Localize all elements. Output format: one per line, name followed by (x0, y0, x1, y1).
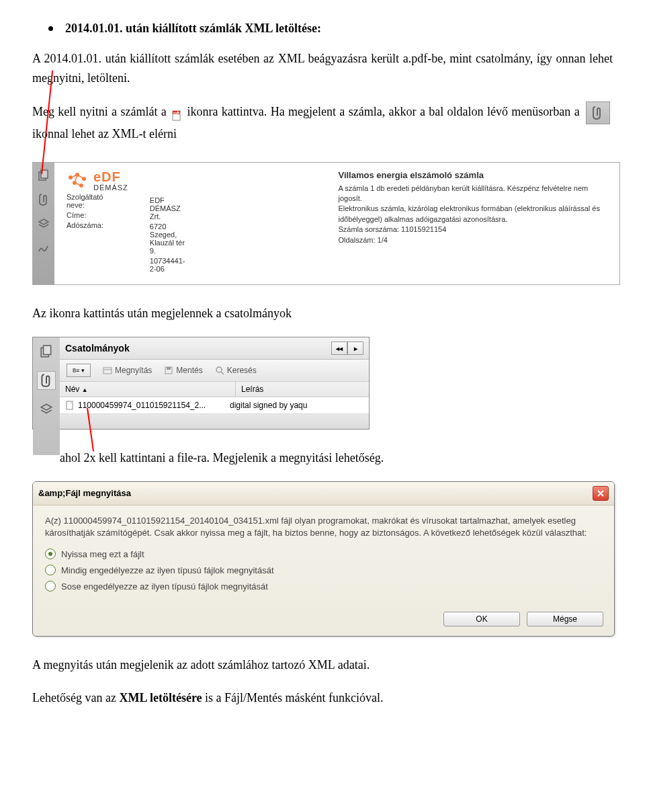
logo-sub-text: DÉMÁSZ (93, 184, 128, 192)
attachment-filename: 110000459974_011015921154_2... (78, 401, 206, 410)
radio-option-3[interactable]: Sose engedélyezze az ilyen típusú fájlok… (45, 581, 602, 592)
invoice-line4: Oldalszám: 1/4 (338, 235, 609, 245)
dialog-title-text: &amp;Fájl megnyitása (38, 488, 131, 498)
open-label: Megnyítás (115, 366, 152, 375)
svg-rect-12 (103, 368, 112, 374)
bullet-icon (48, 26, 53, 31)
attachments-panel-screenshot: Csatolmányok ◂◂ ▸ 8≡ ▾ Megnyítás Mentés … (32, 337, 370, 430)
para2-part-b: ikonra kattintva. Ha megjelent a számla,… (187, 105, 584, 118)
paragraph-3: Az ikonra kattintás után megjelennek a c… (32, 304, 613, 323)
logo-brand-text: eDF (93, 169, 128, 185)
svg-text:PDF: PDF (173, 112, 179, 114)
svg-point-15 (216, 367, 222, 372)
pdf-sidebar (33, 163, 54, 284)
heading-row: 2014.01.01. után kiállított számlák XML … (32, 22, 613, 36)
save-label: Mentés (176, 366, 202, 375)
column-name[interactable]: Név ▲ (60, 382, 236, 397)
dialog-buttons: OK Mégse (33, 606, 614, 636)
close-button[interactable] (593, 486, 609, 501)
dialog-message: A(z) 110000459974_011015921154_20140104_… (45, 515, 602, 539)
dialog-titlebar: &amp;Fájl megnyitása (33, 482, 614, 505)
pages-icon-2[interactable] (39, 344, 54, 359)
invoice-line3: Számla sorszáma: 11015921154 (338, 225, 609, 235)
tax-value: 10734441-2-06 (150, 257, 189, 274)
para6-c: is a Fájl/Mentés másként funkcióval. (202, 691, 384, 704)
search-button[interactable]: Keresés (215, 366, 257, 375)
provider-values: EDF DÉMÁSZ Zrt. 6720 Szeged, Klauzál tér… (148, 195, 191, 275)
svg-rect-11 (44, 346, 51, 354)
paragraph-6: Lehetőség van az XML letöltésére is a Fá… (32, 688, 613, 708)
radio-label-2: Mindig engedélyezze az ilyen típusú fájl… (61, 565, 274, 575)
cancel-button[interactable]: Mégse (527, 612, 603, 626)
radio-label-3: Sose engedélyezze az ilyen típusú fájlok… (61, 581, 268, 592)
paragraph-5: A megnyitás után megjelenik az adott szá… (32, 655, 613, 675)
radio-icon (45, 581, 56, 592)
address-value: 6720 Szeged, Klauzál tér 9. (150, 222, 189, 255)
svg-point-5 (69, 175, 73, 179)
nav-prev-button[interactable]: ◂◂ (331, 341, 347, 355)
paragraph-2: Meg kell nyitni a számlát a PDF ikonra k… (32, 102, 613, 144)
attachments-toolbar: 8≡ ▾ Megnyítás Mentés Keresés (60, 360, 369, 382)
attachment-desc: digital signed by yaqu (230, 401, 363, 410)
save-button[interactable]: Mentés (164, 366, 202, 375)
file-open-dialog: &amp;Fájl megnyitása A(z) 110000459974_0… (32, 481, 615, 637)
provider-label: Szolgáltató neve: (67, 193, 127, 210)
attachments-sidebar (33, 337, 60, 455)
attachment-row[interactable]: 110000459974_011015921154_2... digital s… (60, 397, 369, 414)
dialog-body: A(z) 110000459974_011015921154_20140104_… (33, 505, 614, 606)
edf-logo: eDF DÉMÁSZ (65, 169, 128, 192)
pdf-icon: PDF (171, 108, 182, 118)
pdf-viewer-screenshot: eDF DÉMÁSZ Szolgáltató neve: Címe: Adósz… (32, 162, 620, 285)
invoice-title: Villamos energia elszámoló számla (338, 169, 609, 181)
heading-text: 2014.01.01. után kiállított számlák XML … (65, 22, 321, 36)
attachment-icon-2[interactable] (37, 371, 56, 390)
pages-icon[interactable] (36, 168, 51, 183)
svg-rect-14 (167, 367, 171, 370)
attachment-icon[interactable] (36, 192, 51, 207)
radio-icon (45, 549, 56, 559)
tax-label: Adószáma: (67, 221, 127, 230)
para2-part-c: ikonnal lehet az XML-t elérni (32, 127, 177, 140)
nav-next-button[interactable]: ▸ (347, 341, 363, 355)
radio-option-2[interactable]: Mindig engedélyezze az ilyen típusú fájl… (45, 565, 602, 575)
paperclip-icon (586, 102, 610, 124)
open-button[interactable]: Megnyítás (103, 366, 152, 375)
address-label: Címe: (67, 211, 127, 220)
paragraph-4: ahol 2x kell kattintani a file-ra. Megje… (32, 448, 613, 468)
attachments-title: Csatolmányok (65, 343, 130, 354)
attachments-header: Csatolmányok ◂◂ ▸ (60, 337, 369, 360)
attachments-columns: Név ▲ Leírás (60, 382, 369, 397)
radio-option-1[interactable]: Nyissa meg ezt a fájlt (45, 549, 602, 559)
invoice-line1: A számla 1 db eredeti példányban került … (338, 184, 609, 204)
signature-icon[interactable] (36, 241, 51, 255)
radio-label-1: Nyissa meg ezt a fájlt (61, 549, 144, 559)
ok-button[interactable]: OK (443, 612, 520, 626)
provider-value: EDF DÉMÁSZ Zrt. (150, 196, 189, 221)
invoice-header: Villamos energia elszámoló számla A szám… (338, 169, 609, 275)
radio-icon (45, 565, 56, 575)
pdf-content: eDF DÉMÁSZ Szolgáltató neve: Címe: Adósz… (54, 163, 619, 284)
layers-icon[interactable] (36, 216, 51, 231)
para6-b: XML letöltésére (119, 691, 202, 704)
invoice-line2: Elektronikus számla, kizárólag elektroni… (338, 204, 609, 225)
attachments-footer (60, 414, 369, 429)
layers-icon-2[interactable] (39, 402, 54, 417)
para2-part-a: Meg kell nyitni a számlát a (32, 105, 170, 118)
paragraph-1: A 2014.01.01. után kiállított számlák es… (32, 49, 613, 88)
provider-block: eDF DÉMÁSZ Szolgáltató neve: Címe: Adósz… (65, 169, 128, 275)
file-icon (65, 401, 75, 410)
provider-info: Szolgáltató neve: Címe: Adószáma: (65, 192, 128, 231)
view-dropdown[interactable]: 8≡ ▾ (67, 364, 91, 377)
column-desc[interactable]: Leírás (236, 382, 369, 397)
para6-a: Lehetőség van az (32, 691, 119, 704)
search-label: Keresés (227, 366, 257, 375)
